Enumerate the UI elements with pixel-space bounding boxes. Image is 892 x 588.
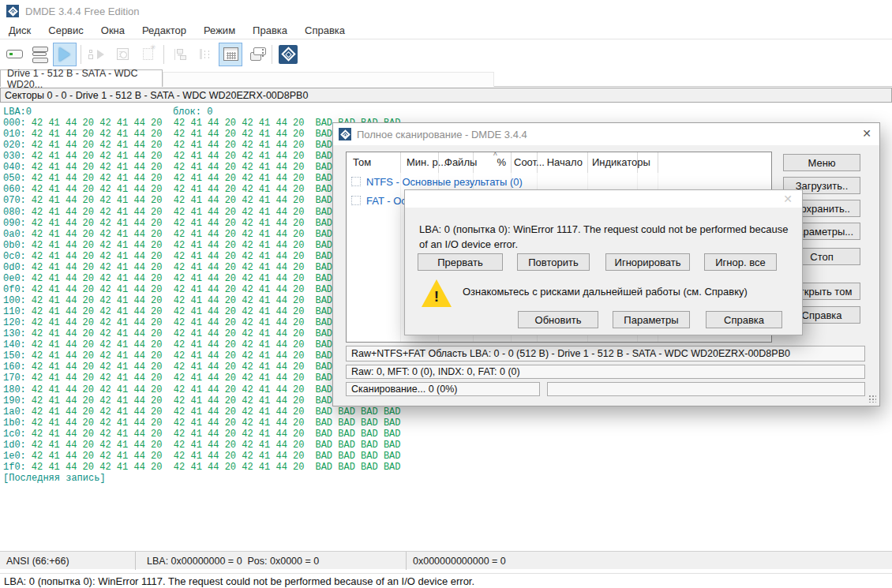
hex-bytes: 42 41 44 20 42 41 44 20 42 41 44 20 42 4… [32, 129, 305, 140]
scan-dialog-titlebar[interactable]: Полное сканирование - DMDE 3.4.4 ✕ [333, 123, 879, 145]
hex-row[interactable]: 1d0:42 41 44 20 42 41 44 20 42 41 44 20 … [3, 440, 892, 451]
status-bar: ANSI (66:+66) LBA: 0x00000000 = 0 Pos: 0… [0, 551, 892, 569]
hex-offset: 1c0: [3, 429, 26, 440]
panels-button[interactable] [244, 43, 268, 66]
menu-button[interactable]: Меню [783, 154, 860, 171]
hex-offset: 0a0: [3, 229, 26, 240]
hex-ascii: BAD BAD BAD BAD [315, 418, 400, 429]
scan-area-field: Raw+NTFS+FAT Область LBA: 0 - 0 (512 B) … [346, 346, 865, 361]
hex-bytes: 42 41 44 20 42 41 44 20 42 41 44 20 42 4… [32, 118, 305, 129]
hex-bytes: 42 41 44 20 42 41 44 20 42 41 44 20 42 4… [32, 384, 305, 395]
dmde-app-icon [6, 5, 19, 17]
hex-bytes: 42 41 44 20 42 41 44 20 42 41 44 20 42 4… [32, 240, 305, 251]
hex-bytes: 42 41 44 20 42 41 44 20 42 41 44 20 42 4… [32, 317, 305, 328]
hex-bytes: 42 41 44 20 42 41 44 20 42 41 44 20 42 4… [32, 339, 305, 350]
hex-bytes: 42 41 44 20 42 41 44 20 42 41 44 20 42 4… [32, 184, 305, 195]
list-view-button [193, 43, 217, 66]
hex-offset: 050: [3, 173, 26, 184]
hex-offset: 020: [3, 140, 26, 151]
continue-button[interactable] [53, 43, 77, 66]
hex-offset: 180: [3, 384, 26, 395]
hex-offset: 110: [3, 306, 26, 317]
hex-offset: 170: [3, 373, 26, 384]
hex-row[interactable]: 1c0:42 41 44 20 42 41 44 20 42 41 44 20 … [3, 429, 892, 440]
hex-offset: 0f0: [3, 284, 26, 295]
column-header-min-size[interactable]: Мин. р... [407, 156, 447, 168]
hex-bytes: 42 41 44 20 42 41 44 20 42 41 44 20 42 4… [32, 462, 305, 473]
toolbar-separator [163, 45, 164, 64]
hex-bytes: 42 41 44 20 42 41 44 20 42 41 44 20 42 4… [32, 451, 305, 462]
parameters-button[interactable]: Параметры [613, 311, 690, 328]
hex-row[interactable]: 1a0:42 41 44 20 42 41 44 20 42 41 44 20 … [3, 406, 892, 418]
hex-bytes: 42 41 44 20 42 41 44 20 42 41 44 20 42 4… [32, 162, 305, 173]
hex-bytes: 42 41 44 20 42 41 44 20 42 41 44 20 42 4… [32, 229, 305, 240]
lba-label: LBA:0 [3, 107, 32, 118]
hex-bytes: 42 41 44 20 42 41 44 20 42 41 44 20 42 4… [32, 406, 305, 418]
disks-icon [32, 52, 47, 56]
hex-bytes: 42 41 44 20 42 41 44 20 42 41 44 20 42 4… [32, 195, 305, 206]
menu-item[interactable]: Диск [0, 23, 39, 38]
scan-progress-label: Сканирование... 0 (0%) [346, 382, 540, 396]
open-drive-button[interactable] [2, 43, 26, 66]
hex-offset: 140: [3, 339, 26, 350]
continue-icon [59, 47, 70, 62]
hex-bytes: 42 41 44 20 42 41 44 20 42 41 44 20 42 4… [32, 173, 305, 184]
hex-header-line: LBA:0блок: 0 [3, 107, 892, 118]
hex-offset: 190: [3, 395, 26, 406]
window-titlebar: DMDE 3.4.4 Free Edition [0, 0, 892, 22]
hex-bytes: 42 41 44 20 42 41 44 20 42 41 44 20 42 4… [32, 350, 305, 361]
error-dialog-titlebar[interactable]: ✕ [405, 190, 802, 208]
menu-item[interactable]: Правка [244, 23, 296, 38]
hex-offset: 1f0: [3, 462, 26, 473]
hex-bytes: 42 41 44 20 42 41 44 20 42 41 44 20 42 4… [32, 418, 305, 429]
toolbar-separator [272, 45, 272, 64]
close-icon[interactable]: ✕ [862, 127, 871, 140]
tree-view-icon [174, 49, 186, 60]
tree-view-button [168, 43, 192, 66]
refresh-button[interactable]: Обновить [518, 311, 598, 328]
hex-offset: 070: [3, 195, 26, 206]
tab-drive-1[interactable]: Drive 1 - 512 B - SATA - WDC WD20... [0, 69, 163, 87]
checkbox-ntfs[interactable] [351, 177, 361, 186]
ignore-all-button[interactable]: Игнор. все [704, 253, 777, 271]
menu-item[interactable]: Режим [195, 23, 244, 38]
column-header-indicators[interactable]: Индикаторы [592, 156, 650, 168]
dmde-logo-button[interactable] [276, 43, 300, 66]
hex-row[interactable]: 1b0:42 41 44 20 42 41 44 20 42 41 44 20 … [3, 418, 892, 429]
abort-button[interactable]: Прервать [418, 253, 503, 271]
error-message-line: LBA: 0 (попытка 0): WinError 1117. The r… [0, 573, 892, 588]
hex-row[interactable]: 1e0:42 41 44 20 42 41 44 20 42 41 44 20 … [3, 451, 892, 462]
disks-button[interactable] [28, 43, 51, 66]
step-button [85, 43, 109, 66]
resize-grip[interactable] [868, 395, 876, 403]
menu-item[interactable]: Справка [296, 23, 354, 38]
scan-progress-bar [547, 382, 865, 396]
menu-item[interactable]: Сервис [39, 23, 92, 38]
hex-bytes: 42 41 44 20 42 41 44 20 42 41 44 20 42 4… [32, 395, 305, 406]
help-button[interactable]: Справка [706, 311, 782, 328]
menu-item[interactable]: Окна [92, 23, 133, 38]
retry-button[interactable]: Повторить [517, 253, 590, 271]
hex-bytes: 42 41 44 20 42 41 44 20 42 41 44 20 42 4… [32, 284, 305, 295]
result-row-ntfs[interactable]: NTFS - Основные результаты (0) [347, 174, 771, 189]
column-header-volume[interactable]: Том [353, 156, 371, 168]
hex-bytes: 42 41 44 20 42 41 44 20 42 41 44 20 42 4… [32, 251, 305, 262]
hex-view-icon [223, 47, 238, 61]
checkbox-fat[interactable] [351, 196, 361, 205]
open-drive-icon [6, 50, 23, 58]
result-row-label[interactable]: NTFS - Основные результаты (0) [366, 176, 523, 188]
ignore-button[interactable]: Игнорировать [605, 253, 690, 271]
column-header-start[interactable]: Начало [537, 156, 583, 168]
new-scan-button [136, 43, 159, 66]
statusbar-offset: 0x000000000000 = 0 [407, 552, 892, 570]
hex-view-button[interactable] [219, 43, 242, 66]
column-header-percent[interactable]: % [473, 156, 506, 168]
hex-row[interactable]: 1f0:42 41 44 20 42 41 44 20 42 41 44 20 … [3, 462, 892, 473]
hex-bytes: 42 41 44 20 42 41 44 20 42 41 44 20 42 4… [32, 207, 305, 218]
close-icon[interactable]: ✕ [783, 193, 793, 205]
hex-bytes: 42 41 44 20 42 41 44 20 42 41 44 20 42 4… [32, 361, 305, 373]
menu-item[interactable]: Редактор [133, 23, 195, 38]
hex-offset: 0d0: [3, 262, 26, 273]
hex-ascii: BAD BAD BAD BAD [315, 462, 400, 473]
io-error-dialog: ✕ LBA: 0 (попытка 0): WinError 1117. The… [404, 189, 803, 335]
